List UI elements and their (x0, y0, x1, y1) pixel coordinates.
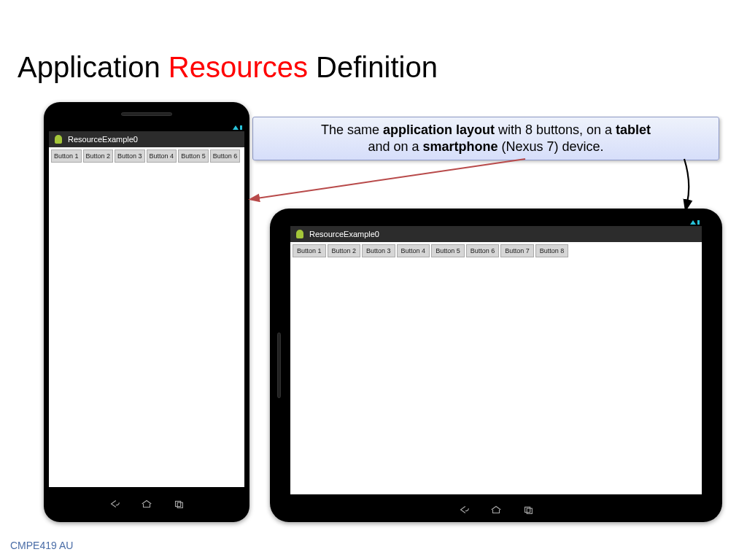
home-icon[interactable] (489, 505, 503, 515)
phone-screen: ResourceExample0 Button 1 Button 2 Butto… (49, 124, 244, 487)
back-icon[interactable] (457, 505, 471, 515)
svg-rect-3 (527, 508, 532, 513)
callout-seg: (Nexus 7) device. (498, 139, 604, 154)
svg-rect-0 (176, 501, 181, 506)
button-3[interactable]: Button 3 (115, 149, 145, 163)
home-icon[interactable] (140, 499, 153, 509)
tablet-button-row: Button 1 Button 2 Button 3 Button 4 Butt… (290, 242, 702, 260)
callout-seg: and on a (368, 139, 422, 154)
phone-speaker (121, 112, 172, 116)
wifi-icon (233, 125, 239, 130)
tablet-nav-bar (270, 505, 722, 515)
button-5[interactable]: Button 5 (178, 149, 209, 163)
phone-device: ResourceExample0 Button 1 Button 2 Butto… (44, 102, 249, 522)
title-part3: Definition (308, 51, 438, 83)
recent-apps-icon[interactable] (172, 499, 185, 509)
app-bar: ResourceExample0 (290, 226, 702, 242)
svg-line-4 (257, 159, 525, 198)
recent-apps-icon[interactable] (522, 505, 535, 515)
callout-seg: with 8 buttons, on a (495, 122, 616, 137)
android-icon (295, 229, 305, 239)
button-1[interactable]: Button 1 (293, 244, 326, 257)
tablet-screen: ResourceExample0 Button 1 Button 2 Butto… (290, 219, 702, 494)
button-6[interactable]: Button 6 (210, 149, 241, 163)
footer-text: CMPE419 AU (10, 540, 73, 551)
battery-icon (240, 125, 242, 130)
callout-bold-layout: application layout (383, 122, 495, 137)
phone-button-row: Button 1 Button 2 Button 3 Button 4 Butt… (49, 147, 244, 165)
button-5[interactable]: Button 5 (431, 244, 465, 257)
callout-bold-tablet: tablet (616, 122, 651, 137)
status-bar (290, 219, 702, 226)
button-2[interactable]: Button 2 (83, 149, 114, 163)
phone-nav-bar (44, 499, 249, 509)
button-1[interactable]: Button 1 (51, 149, 82, 163)
tablet-device: ResourceExample0 Button 1 Button 2 Butto… (270, 209, 722, 522)
svg-rect-1 (177, 502, 182, 508)
wifi-icon (690, 220, 696, 225)
app-bar: ResourceExample0 (49, 131, 244, 147)
back-icon[interactable] (108, 499, 121, 509)
app-title: ResourceExample0 (68, 135, 138, 144)
slide-title: Application Resources Definition (18, 51, 438, 84)
callout-seg: The same (321, 122, 383, 137)
button-8[interactable]: Button 8 (535, 244, 569, 257)
button-3[interactable]: Button 3 (362, 244, 395, 257)
button-4[interactable]: Button 4 (397, 244, 430, 257)
app-title: ResourceExample0 (309, 230, 379, 238)
callout-bold-smartphone: smartphone (422, 139, 498, 154)
callout-box: The same application layout with 8 butto… (252, 117, 719, 160)
battery-icon (697, 220, 700, 225)
button-4[interactable]: Button 4 (147, 149, 177, 163)
button-6[interactable]: Button 6 (466, 244, 500, 257)
svg-rect-2 (525, 507, 530, 512)
status-bar (49, 124, 244, 131)
title-part1: Application (18, 51, 169, 83)
android-icon (53, 134, 63, 144)
button-7[interactable]: Button 7 (500, 244, 534, 257)
callout-text: The same application layout with 8 butto… (321, 122, 651, 156)
button-2[interactable]: Button 2 (328, 244, 361, 257)
title-part2-red: Resources (169, 51, 308, 83)
tablet-speaker (277, 332, 281, 398)
